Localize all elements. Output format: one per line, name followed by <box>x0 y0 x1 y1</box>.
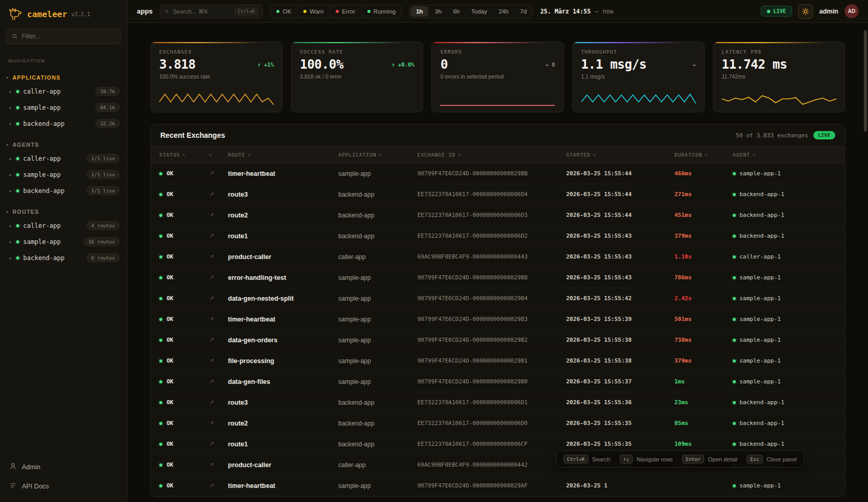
global-search[interactable]: Ctrl+K <box>160 5 263 18</box>
route-name: error-handling-test <box>228 274 338 281</box>
live-badge: LIVE <box>813 131 835 139</box>
sidebar-item-caller-app[interactable]: ▸caller-app4 routes <box>0 217 127 234</box>
table-row[interactable]: OK↗timer-heartbeatsample-app90799F47E6CD… <box>151 163 845 184</box>
sidebar-item-badge: 84.1k <box>95 103 120 112</box>
agent-cell: backend-app-1 <box>733 441 845 447</box>
column-header-status[interactable]: STATUS⇅ <box>151 152 209 158</box>
column-label: STATUS <box>159 152 180 158</box>
footer-item-admin[interactable]: Admin <box>2 457 125 477</box>
live-toggle[interactable]: LIVE <box>761 6 792 17</box>
column-label: ROUTE <box>228 152 245 158</box>
exchange-id: 69AC90BF8EBC4F9-0000000000000442 <box>417 461 566 468</box>
section-header-applications[interactable]: ▾APPLICATIONS <box>0 72 127 83</box>
filter-input[interactable] <box>22 33 115 40</box>
application-name: caller-app <box>338 461 417 469</box>
avatar[interactable]: AD <box>845 4 859 18</box>
column-header-exchange-id[interactable]: EXCHANGE ID⇅ <box>417 152 566 158</box>
open-exchange-icon: ↗ <box>209 233 228 239</box>
search-icon <box>165 8 169 15</box>
footer-item-api-docs[interactable]: API Docs <box>2 477 125 496</box>
table-row[interactable]: OK↗route3backend-appEE7322370A10617-0000… <box>151 392 845 413</box>
table-row[interactable]: OK↗route3backend-appEE7322370A10617-0000… <box>151 184 845 205</box>
table-row[interactable]: OK↗product-callercaller-app69AC90BF8EBC4… <box>151 247 845 267</box>
time-range-24h[interactable]: 24h <box>493 5 514 18</box>
agent-name: backend-app-1 <box>739 191 784 198</box>
column-header-application[interactable]: APPLICATION⇅ <box>338 152 417 158</box>
open-exchange-icon: ↗ <box>209 253 228 260</box>
table-row[interactable]: OK↗timer-heartbeatsample-app90799F47E6CD… <box>151 309 845 330</box>
sidebar-item-sample-app[interactable]: ▸sample-app1/1 live <box>0 166 127 183</box>
time-range-3h[interactable]: 3h <box>429 5 448 18</box>
sidebar-item-caller-app[interactable]: ▸caller-app1/1 live <box>0 150 127 166</box>
status-filter-warn[interactable]: Warn <box>298 5 330 18</box>
stat-value: 1.1 msg/s <box>581 57 647 72</box>
sidebar-item-badge: 1/1 live <box>86 154 120 163</box>
exchange-id: 90799F47E6CD24D-00000000000029AF <box>417 482 566 489</box>
sidebar-item-backend-app[interactable]: ▸backend-app6 routes <box>0 250 127 266</box>
agent-status-dot <box>733 339 736 342</box>
table-row[interactable]: OK↗timer-heartbeatsample-app90799F47E6CD… <box>151 475 845 496</box>
exchange-count: 50 of 3.833 exchanges <box>736 132 808 139</box>
column-header-icon[interactable]: ⇅ <box>209 152 228 157</box>
chevron-right-icon: ▸ <box>9 121 12 126</box>
stat-subtext: 1.1 msg/s <box>581 73 696 80</box>
scrollbar-thumb[interactable] <box>864 30 867 132</box>
sidebar-item-sample-app[interactable]: ▸sample-app16 routes <box>0 234 127 250</box>
scrollbar-track[interactable] <box>864 25 867 496</box>
table-row[interactable]: OK↗route1backend-appEE7322370A10617-0000… <box>151 226 845 247</box>
logo[interactable]: cameleer v3.2.1 <box>0 5 127 28</box>
table-row[interactable]: OK↗route2backend-appEE7322370A10617-0000… <box>151 413 845 434</box>
section-header-routes[interactable]: ▾ROUTES <box>0 206 127 217</box>
stat-card-body: EXCHANGES3.818↑ +1%100.0% success rate <box>151 43 282 112</box>
application-name: sample-app <box>338 378 417 385</box>
shortcut-key: Enter <box>682 455 705 464</box>
sidebar-filter[interactable] <box>6 29 121 44</box>
time-range-6h[interactable]: 6h <box>448 5 466 18</box>
date-range[interactable]: 25. März 14:55 — now <box>540 8 614 15</box>
time-range-today[interactable]: Today <box>465 5 493 18</box>
status-filter-running[interactable]: Running <box>362 5 402 18</box>
exchange-id: EE7322370A10617-00000000000006CF <box>417 441 566 447</box>
duration-value: 786ms <box>674 274 733 281</box>
table-row[interactable]: OK↗data-gen-filessample-app90799F47E6CD2… <box>151 371 845 392</box>
theme-toggle-button[interactable] <box>798 4 813 19</box>
agent-name: sample-app-1 <box>739 337 781 343</box>
stat-value: 3.818 <box>159 57 196 72</box>
date-from: 25. März 14:55 <box>540 8 591 15</box>
route-name: route1 <box>228 441 338 448</box>
table-row[interactable]: OK↗file-processingsample-app90799F47E6CD… <box>151 351 845 371</box>
sidebar-item-caller-app[interactable]: ▸caller-app10.7k <box>0 83 127 99</box>
sidebar-item-sample-app[interactable]: ▸sample-app84.1k <box>0 99 127 115</box>
status-filter-label: Running <box>374 8 396 15</box>
status-dot <box>159 255 162 259</box>
sidebar-item-label: backend-app <box>23 187 83 195</box>
table-row[interactable]: OK↗route2backend-appEE7322370A10617-0000… <box>151 205 845 226</box>
panel-header: Recent Exchanges 50 of 3.833 exchanges L… <box>151 124 845 146</box>
status-cell: OK <box>151 399 209 406</box>
shortcut-key: Esc <box>747 455 763 464</box>
recent-exchanges-panel: Recent Exchanges 50 of 3.833 exchanges L… <box>150 124 845 497</box>
time-range-7d[interactable]: 7d <box>514 5 532 18</box>
section-header-agents[interactable]: ▾AGENTS <box>0 139 127 150</box>
table-row[interactable]: OK↗error-handling-testsample-app90799F47… <box>151 267 845 288</box>
sidebar-item-backend-app[interactable]: ▸backend-app1/1 live <box>0 183 127 199</box>
status-filter-ok[interactable]: OK <box>271 5 298 18</box>
time-range-1h[interactable]: 1h <box>411 6 428 17</box>
status-dot <box>159 443 162 446</box>
status-filter-error[interactable]: Error <box>330 5 362 18</box>
sidebar-item-backend-app[interactable]: ▸backend-app32.2k <box>0 115 127 132</box>
duration-value: 2.42s <box>674 295 733 302</box>
column-header-agent[interactable]: AGENT⇅ <box>733 152 845 158</box>
column-header-duration[interactable]: DURATION⇅ <box>674 152 733 158</box>
sort-icon: ⇅ <box>379 152 382 157</box>
open-exchange-icon: ↗ <box>209 212 228 218</box>
column-header-route[interactable]: ROUTE⇅ <box>228 152 338 158</box>
table-row[interactable]: OK↗data-gen-nested-splitsample-app90799F… <box>151 288 845 309</box>
sidebar-item-label: backend-app <box>23 120 92 127</box>
table-row[interactable]: OK↗data-gen-orderssample-app90799F47E6CD… <box>151 330 845 351</box>
search-input[interactable] <box>173 8 231 15</box>
column-header-started[interactable]: STARTED⇅ <box>566 152 674 158</box>
sort-icon: ⇅ <box>752 152 756 157</box>
stat-subtext: 3.818 ok / 0 error <box>300 73 414 80</box>
stat-card-success-rate: SUCCESS RATE100.0%↑ +0.0%3.818 ok / 0 er… <box>291 42 423 112</box>
